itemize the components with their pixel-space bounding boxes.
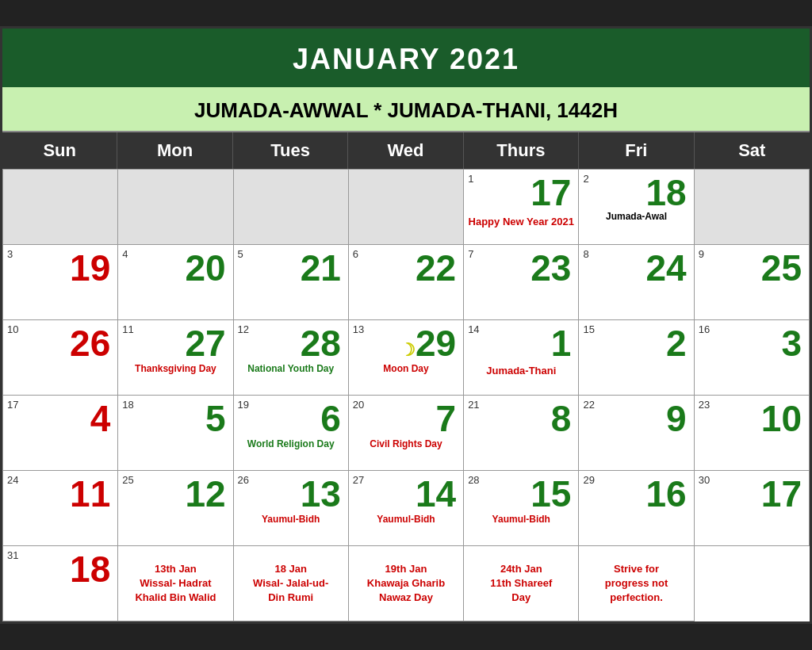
hijri-date: 8 (468, 400, 574, 437)
cell-note: Civil Rights Day (353, 438, 459, 449)
table-row: Strive forprogress notperfection. (579, 546, 694, 621)
gregorian-date: 27 (353, 474, 364, 486)
table-row: 229 (579, 396, 694, 471)
hijri-date: 9 (583, 400, 689, 437)
cell-note: Moon Day (353, 363, 459, 374)
table-row: 13th JanWissal- HadratKhalid Bin Walid (118, 546, 233, 621)
table-row: 3017 (695, 471, 810, 546)
table-row: 1228National Youth Day (234, 320, 349, 396)
notes-line: Khalid Bin Walid (135, 591, 216, 605)
table-row: 420 (118, 245, 233, 320)
moon-icon: ☽ (400, 342, 416, 359)
table-row: 24th Jan11th ShareefDay (464, 546, 579, 621)
notes-line: 19th Jan (385, 562, 427, 576)
gregorian-date: 17 (7, 399, 18, 411)
day-sun: Sun (2, 132, 117, 169)
table-row: 174 (3, 396, 118, 471)
cell-note: Yaumul-Bidh (238, 514, 344, 525)
gregorian-date: 4 (122, 248, 128, 260)
hijri-date: 14 (353, 476, 459, 512)
day-mon: Mon (117, 132, 232, 169)
gregorian-date: 30 (699, 474, 710, 486)
day-tue: Tues (233, 132, 348, 169)
hijri-date: 4 (7, 400, 113, 437)
gregorian-date: 23 (699, 399, 710, 411)
gregorian-date: 22 (583, 399, 594, 411)
table-row: 1026 (3, 320, 118, 396)
table-row: 152 (579, 320, 694, 396)
cell-note: World Religion Day (238, 438, 344, 449)
month-title: JANUARY 2021 (293, 43, 519, 75)
hijri-date: 5 (122, 400, 228, 437)
hijri-date: 17 (468, 174, 574, 211)
gregorian-date: 8 (583, 248, 588, 260)
table-row: 2815Yaumul-Bidh (464, 471, 579, 546)
gregorian-date: 12 (238, 323, 249, 335)
table-row: 521 (234, 245, 349, 320)
hijri-date: 10 (699, 400, 805, 437)
hijri-date: 2 (583, 325, 689, 361)
hijri-date: 26 (7, 325, 113, 361)
table-row: 925 (695, 245, 810, 320)
day-sat: Sat (695, 132, 810, 169)
gregorian-date: 13 (353, 323, 364, 335)
table-row: 163 (695, 320, 810, 396)
hijri-date: 19 (7, 250, 113, 286)
gregorian-date: 26 (238, 474, 249, 486)
hijri-date: 13 (238, 476, 344, 512)
table-row: 207Civil Rights Day (349, 396, 464, 471)
hijri-date: 28 (238, 325, 344, 361)
hijri-date: 7 (353, 400, 459, 437)
cell-note: Happy New Year 2021 (468, 216, 574, 228)
notes-line: 11th Shareef (490, 576, 552, 591)
gregorian-date: 20 (353, 399, 364, 411)
hijri-date: 11 (7, 476, 113, 512)
hijri-date: 18 (7, 551, 113, 587)
cell-note: Jumada-Thani (468, 365, 574, 377)
table-row: 723 (464, 245, 579, 320)
table-row: 1127Thanksgiving Day (118, 320, 233, 396)
table-row: 2411 (3, 471, 118, 546)
table-row (3, 170, 118, 245)
day-fri: Fri (579, 132, 694, 169)
notes-line: Day (511, 591, 530, 605)
cell-note: Yaumul-Bidh (353, 514, 459, 525)
hijri-date: 3 (699, 325, 805, 361)
notes-line: Wisal- Jalal-ud- (253, 576, 328, 591)
table-row (118, 170, 233, 245)
hijri-date: 25 (699, 250, 805, 286)
gregorian-date: 28 (468, 474, 479, 486)
gregorian-date: 14 (468, 323, 479, 335)
hijri-date: ☽29 (353, 325, 459, 361)
cell-note: Yaumul-Bidh (468, 514, 574, 525)
table-row: 2310 (695, 396, 810, 471)
notes-line: Strive for (614, 562, 659, 576)
hijri-date: 20 (122, 250, 228, 286)
hijri-date: 24 (583, 250, 689, 286)
hijri-date: 15 (468, 476, 574, 512)
table-row: 141Jumada-Thani (464, 320, 579, 396)
table-row (234, 170, 349, 245)
table-row: 218 (464, 396, 579, 471)
gregorian-date: 11 (122, 323, 133, 335)
gregorian-date: 6 (353, 248, 358, 260)
hijri-date: 21 (238, 250, 344, 286)
hijri-header: JUMADA-AWWAL * JUMADA-THANI, 1442H (2, 87, 810, 132)
table-row: 319 (3, 245, 118, 320)
gregorian-date: 10 (7, 323, 18, 335)
table-row: 2714Yaumul-Bidh (349, 471, 464, 546)
notes-line: 18 Jan (274, 562, 306, 576)
notes-line: Khawaja Gharib (367, 576, 445, 591)
hijri-date: 27 (122, 325, 228, 361)
notes-line: Wissal- Hadrat (140, 576, 211, 591)
gregorian-date: 29 (583, 474, 594, 486)
hijri-date: 12 (122, 476, 228, 512)
gregorian-date: 2 (583, 173, 588, 185)
notes-line: Nawaz Day (379, 591, 433, 605)
notes-line: Din Rumi (268, 591, 313, 605)
day-wed: Wed (348, 132, 463, 169)
hijri-date: 17 (699, 476, 805, 512)
month-header: JANUARY 2021 (2, 29, 810, 87)
hijri-date: 22 (353, 250, 459, 286)
table-row: 117Happy New Year 2021 (464, 170, 579, 245)
